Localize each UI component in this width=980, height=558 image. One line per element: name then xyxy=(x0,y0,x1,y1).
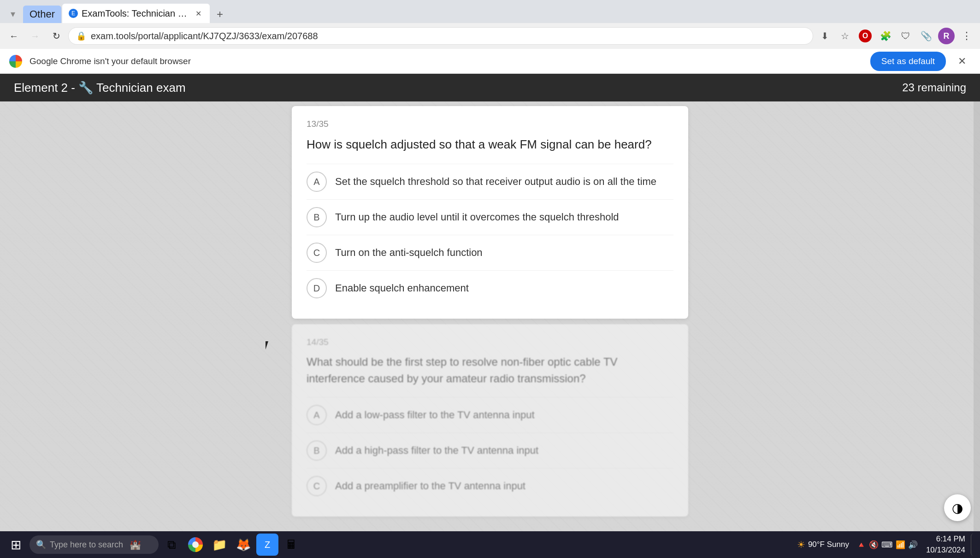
time-text: 6:14 PM xyxy=(926,534,965,545)
option-text-13c: Turn on the anti-squelch function xyxy=(335,246,483,260)
option-text-13d: Enable squelch enhancement xyxy=(335,281,469,296)
volume-icon: 🔊 xyxy=(908,540,918,550)
answer-option-13a[interactable]: A Set the squelch threshold so that rece… xyxy=(307,164,673,199)
tab-close-button[interactable]: ✕ xyxy=(193,8,203,18)
set-default-button[interactable]: Set as default xyxy=(870,52,946,71)
exam-title: Element 2 - 🔧 Technician exam xyxy=(14,81,186,95)
reload-button[interactable]: ↻ xyxy=(47,27,65,45)
start-button[interactable]: ⊞ xyxy=(4,533,28,557)
color-adjust-button[interactable]: ◑ xyxy=(944,494,971,521)
answer-option-14b[interactable]: B Add a high-pass filter to the TV anten… xyxy=(307,433,673,468)
tab-examtools[interactable]: E ExamTools: Technician License : ✕ xyxy=(62,4,210,23)
opera-logo: O xyxy=(859,30,872,42)
question-card-14: 14/35 What should be the first step to r… xyxy=(292,324,688,516)
weather-text: 90°F Sunny xyxy=(808,540,849,549)
option-text-14b: Add a high-pass filter to the TV antenna… xyxy=(335,444,538,458)
new-tab-button[interactable]: + xyxy=(211,6,229,23)
color-adjust-icon: ◑ xyxy=(952,500,963,516)
tab-favicon: E xyxy=(69,9,78,18)
taskbar-search[interactable]: 🔍 Type here to search 🏰 xyxy=(30,535,159,554)
wifi-icon: 📶 xyxy=(896,540,905,550)
answer-option-13c[interactable]: C Turn on the anti-squelch function xyxy=(307,235,673,270)
date-text: 10/13/2024 xyxy=(926,545,965,556)
option-text-13a: Set the squelch threshold so that receiv… xyxy=(335,175,656,189)
address-bar-row: ← → ↻ 🔒 exam.tools/portal/applicant/KJ7Q… xyxy=(0,23,980,49)
taskbar: ⊞ 🔍 Type here to search 🏰 ⧉ 📁 🦊 Z 🖩 ☀ 90… xyxy=(0,531,980,558)
main-content: 13/35 How is squelch adjusted so that a … xyxy=(0,101,980,531)
bitwarden-icon[interactable]: 🛡 xyxy=(897,27,915,45)
option-circle-d: D xyxy=(307,278,327,298)
menu-button[interactable]: ⋮ xyxy=(958,27,975,45)
exam-remaining: 23 remaining xyxy=(902,81,966,94)
notification-text: Google Chrome isn't your default browser xyxy=(30,56,863,66)
question-13-text: How is squelch adjusted so that a weak F… xyxy=(307,136,673,154)
questions-area: 13/35 How is squelch adjusted so that a … xyxy=(0,106,980,531)
option-circle-14c: C xyxy=(307,476,327,496)
weather-icon: ☀ xyxy=(797,539,805,550)
back-button[interactable]: ← xyxy=(5,27,23,45)
taskbar-search-icon: 🔍 xyxy=(36,540,46,550)
tab-group-scroll-left[interactable]: ▾ xyxy=(4,5,22,23)
notification-close-button[interactable]: ✕ xyxy=(953,53,971,69)
taskbar-calc-icon[interactable]: 🖩 xyxy=(280,534,302,556)
opera-icon[interactable]: O xyxy=(856,27,874,45)
notification-bar: Google Chrome isn't your default browser… xyxy=(0,49,980,74)
tab-title-text: ExamTools: Technician License : xyxy=(82,8,189,19)
profile-button[interactable]: R xyxy=(938,27,955,45)
taskbar-browser-icon[interactable] xyxy=(184,534,207,556)
taskbar-files-icon[interactable]: 📁 xyxy=(208,534,230,556)
taskbar-search-text: Type here to search xyxy=(50,540,123,550)
answer-option-13d[interactable]: D Enable squelch enhancement xyxy=(307,270,673,306)
show-desktop-button[interactable] xyxy=(971,534,976,556)
chrome-logo-icon xyxy=(9,55,22,68)
taskbar-right: ☀ 90°F Sunny 🔺 🔇 ⌨ 📶 🔊 6:14 PM 10/13/202… xyxy=(794,534,976,556)
profile-avatar: R xyxy=(938,28,955,44)
answer-option-13b[interactable]: B Turn up the audio level until it overc… xyxy=(307,199,673,235)
taskbar-zoom-icon[interactable]: Z xyxy=(256,534,278,556)
answer-option-14c[interactable]: C Add a preamplifier to the TV antenna i… xyxy=(307,468,673,504)
mic-icon: 🔇 xyxy=(869,540,879,550)
option-circle-c: C xyxy=(307,243,327,263)
taskbar-firefox-icon[interactable]: 🦊 xyxy=(232,534,254,556)
taskbar-sys-icons: 🔺 🔇 ⌨ 📶 🔊 xyxy=(854,540,921,550)
question-14-text: What should be the first step to resolve… xyxy=(307,354,673,387)
option-text-14a: Add a low-pass filter to the TV antenna … xyxy=(335,408,535,422)
download-icon[interactable]: ⬇ xyxy=(816,27,833,45)
tab-bar: ▾ Other E ExamTools: Technician License … xyxy=(0,0,980,23)
taskbar-weather[interactable]: ☀ 90°F Sunny xyxy=(794,539,852,550)
address-bar[interactable]: 🔒 exam.tools/portal/applicant/KJ7QZJ/363… xyxy=(68,27,813,45)
url-text: exam.tools/portal/applicant/KJ7QZJ/3633/… xyxy=(91,31,805,42)
option-circle-14a: A xyxy=(307,405,327,425)
question-14-number: 14/35 xyxy=(307,337,673,347)
question-card-13: 13/35 How is squelch adjusted so that a … xyxy=(292,106,688,319)
save-page-icon[interactable]: 📎 xyxy=(917,27,935,45)
network-icon: 🔺 xyxy=(856,540,866,550)
bookmark-icon[interactable]: ☆ xyxy=(836,27,854,45)
tab-group-other[interactable]: Other xyxy=(23,6,61,23)
option-text-14c: Add a preamplifier to the TV antenna inp… xyxy=(335,479,525,493)
forward-button[interactable]: → xyxy=(26,27,44,45)
option-text-13b: Turn up the audio level until it overcom… xyxy=(335,210,619,225)
question-13-number: 13/35 xyxy=(307,119,673,129)
option-circle-b: B xyxy=(307,207,327,227)
taskbar-clock[interactable]: 6:14 PM 10/13/2024 xyxy=(922,534,969,556)
exam-header: Element 2 - 🔧 Technician exam 23 remaini… xyxy=(0,74,980,101)
extensions-icon[interactable]: 🧩 xyxy=(877,27,894,45)
keyboard-icon: ⌨ xyxy=(881,540,893,550)
taskbar-task-view[interactable]: ⧉ xyxy=(160,534,183,556)
option-circle-a: A xyxy=(307,172,327,192)
option-circle-14b: B xyxy=(307,440,327,461)
answer-option-14a[interactable]: A Add a low-pass filter to the TV antenn… xyxy=(307,397,673,433)
